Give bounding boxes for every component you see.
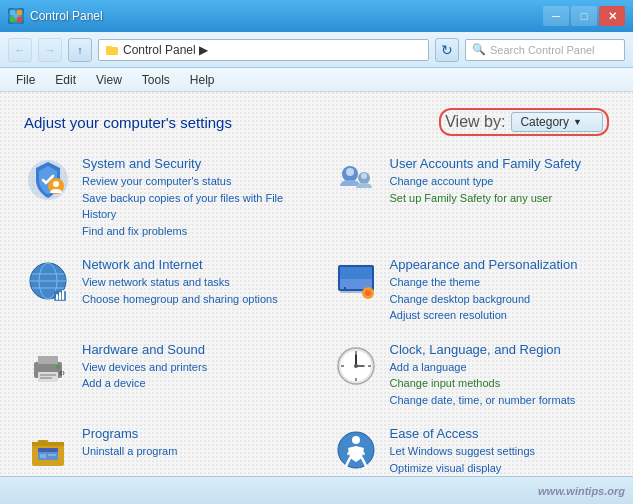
- hardware-title[interactable]: Hardware and Sound: [82, 342, 302, 357]
- appearance-icon: [332, 257, 380, 305]
- category-ease-access: Ease of Access Let Windows suggest setti…: [332, 426, 610, 476]
- svg-rect-22: [344, 287, 346, 291]
- svg-rect-47: [40, 454, 46, 458]
- minimize-button[interactable]: ─: [543, 6, 569, 26]
- address-path[interactable]: Control Panel ▶: [98, 39, 429, 61]
- window-title: Control Panel: [30, 9, 103, 23]
- user-accounts-content: User Accounts and Family Safety Change a…: [390, 156, 610, 239]
- content-area: Adjust your computer's settings View by:…: [0, 92, 633, 476]
- svg-point-12: [361, 173, 367, 179]
- menu-help[interactable]: Help: [182, 71, 223, 89]
- svg-point-26: [365, 290, 371, 296]
- svg-rect-1: [17, 10, 22, 15]
- clock-content: Clock, Language, and Region Add a langua…: [390, 342, 610, 409]
- link-windows-suggest[interactable]: Let Windows suggest settings: [390, 443, 610, 460]
- link-desktop-bg[interactable]: Change desktop background: [390, 291, 610, 308]
- category-system-security: System and Security Review your computer…: [24, 156, 302, 239]
- refresh-button[interactable]: ↻: [435, 38, 459, 62]
- link-uninstall[interactable]: Uninstall a program: [82, 443, 302, 460]
- link-date-time[interactable]: Change date, time, or number formats: [390, 392, 610, 409]
- svg-rect-4: [106, 47, 118, 55]
- status-bar: www.wintips.org: [0, 476, 633, 504]
- svg-point-10: [346, 168, 354, 176]
- programs-content: Programs Uninstall a program: [82, 426, 302, 476]
- link-review-status[interactable]: Review your computer's status: [82, 173, 302, 190]
- svg-rect-46: [38, 448, 58, 452]
- search-box[interactable]: 🔍 Search Control Panel: [465, 39, 625, 61]
- svg-rect-31: [40, 377, 52, 379]
- hardware-content: Hardware and Sound View devices and prin…: [82, 342, 302, 409]
- svg-rect-48: [48, 454, 56, 456]
- menu-tools[interactable]: Tools: [134, 71, 178, 89]
- link-family-safety[interactable]: Set up Family Safety for any user: [390, 190, 610, 207]
- menu-file[interactable]: File: [8, 71, 43, 89]
- network-title[interactable]: Network and Internet: [82, 257, 302, 272]
- svg-point-41: [354, 364, 358, 368]
- menu-view[interactable]: View: [88, 71, 130, 89]
- link-find-fix[interactable]: Find and fix problems: [82, 223, 302, 240]
- svg-rect-2: [10, 17, 15, 22]
- svg-rect-0: [10, 10, 15, 15]
- address-bar: ← → ↑ Control Panel ▶ ↻ 🔍 Search Control…: [0, 32, 633, 68]
- link-change-theme[interactable]: Change the theme: [390, 274, 610, 291]
- link-backup[interactable]: Save backup copies of your files with Fi…: [82, 190, 302, 223]
- chevron-down-icon: ▼: [573, 117, 582, 127]
- category-clock: Clock, Language, and Region Add a langua…: [332, 342, 610, 409]
- back-button[interactable]: ←: [8, 38, 32, 62]
- menu-edit[interactable]: Edit: [47, 71, 84, 89]
- title-bar: Control Panel ─ □ ✕: [0, 0, 633, 32]
- svg-rect-28: [38, 356, 58, 364]
- system-security-title[interactable]: System and Security: [82, 156, 302, 171]
- appearance-title[interactable]: Appearance and Personalization: [390, 257, 610, 272]
- search-placeholder: Search Control Panel: [490, 44, 595, 56]
- ease-access-icon: [332, 426, 380, 474]
- view-by-highlight: View by: Category ▼: [439, 108, 609, 136]
- clock-title[interactable]: Clock, Language, and Region: [390, 342, 610, 357]
- link-screen-resolution[interactable]: Adjust screen resolution: [390, 307, 610, 324]
- svg-rect-30: [40, 374, 56, 376]
- link-input-methods[interactable]: Change input methods: [390, 375, 610, 392]
- app-icon: [8, 8, 24, 24]
- watermark: www.wintips.org: [538, 485, 625, 497]
- svg-rect-44: [38, 440, 48, 444]
- path-icon: [105, 43, 119, 57]
- maximize-button[interactable]: □: [571, 6, 597, 26]
- path-text: Control Panel ▶: [123, 43, 208, 57]
- category-appearance: Appearance and Personalization Change th…: [332, 257, 610, 324]
- ease-access-content: Ease of Access Let Windows suggest setti…: [390, 426, 610, 476]
- link-homegroup[interactable]: Choose homegroup and sharing options: [82, 291, 302, 308]
- user-accounts-title[interactable]: User Accounts and Family Safety: [390, 156, 610, 171]
- window-controls[interactable]: ─ □ ✕: [543, 6, 625, 26]
- programs-icon: [24, 426, 72, 474]
- link-add-device[interactable]: Add a device: [82, 375, 302, 392]
- link-optimize-display[interactable]: Optimize visual display: [390, 460, 610, 477]
- svg-rect-21: [340, 267, 372, 279]
- ease-access-title[interactable]: Ease of Access: [390, 426, 610, 441]
- network-content: Network and Internet View network status…: [82, 257, 302, 324]
- close-button[interactable]: ✕: [599, 6, 625, 26]
- view-by-dropdown[interactable]: Category ▼: [511, 112, 603, 132]
- link-network-status[interactable]: View network status and tasks: [82, 274, 302, 291]
- categories-grid: System and Security Review your computer…: [24, 156, 609, 476]
- forward-button[interactable]: →: [38, 38, 62, 62]
- svg-point-50: [352, 436, 360, 444]
- up-button[interactable]: ↑: [68, 38, 92, 62]
- programs-title[interactable]: Programs: [82, 426, 302, 441]
- category-network: Network and Internet View network status…: [24, 257, 302, 324]
- link-change-account-type[interactable]: Change account type: [390, 173, 610, 190]
- search-icon: 🔍: [472, 43, 486, 56]
- svg-rect-3: [17, 17, 22, 22]
- category-programs: Programs Uninstall a program: [24, 426, 302, 476]
- appearance-content: Appearance and Personalization Change th…: [390, 257, 610, 324]
- link-devices-printers[interactable]: View devices and printers: [82, 359, 302, 376]
- menu-bar: File Edit View Tools Help: [0, 68, 633, 92]
- svg-point-8: [53, 181, 59, 187]
- hardware-icon: [24, 342, 72, 390]
- link-add-language[interactable]: Add a language: [390, 359, 610, 376]
- view-by-value: Category: [520, 115, 569, 129]
- clock-icon: [332, 342, 380, 390]
- view-by-label: View by:: [445, 113, 505, 131]
- title-bar-left: Control Panel: [8, 8, 103, 24]
- network-icon: [24, 257, 72, 305]
- content-header: Adjust your computer's settings View by:…: [24, 108, 609, 136]
